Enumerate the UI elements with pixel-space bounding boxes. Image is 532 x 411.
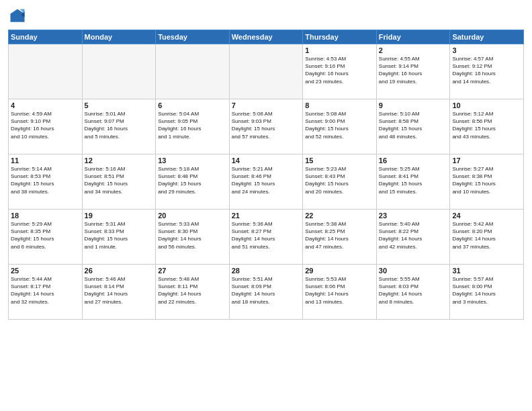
day-number: 21 [232,212,301,220]
week-row-4: 18Sunrise: 5:29 AM Sunset: 8:35 PM Dayli… [9,210,524,265]
day-number: 16 [379,156,448,165]
day-cell: 8Sunrise: 5:08 AM Sunset: 9:00 PM Daylig… [303,99,377,154]
day-cell: 28Sunrise: 5:51 AM Sunset: 8:09 PM Dayli… [229,265,303,320]
weekday-sunday: Sunday [9,30,83,44]
day-number: 31 [452,267,521,275]
day-number: 8 [305,101,374,109]
day-info: Sunrise: 5:04 AM Sunset: 9:05 PM Dayligh… [158,110,227,140]
day-cell: 9Sunrise: 5:10 AM Sunset: 8:58 PM Daylig… [376,99,450,154]
day-info: Sunrise: 5:33 AM Sunset: 8:30 PM Dayligh… [158,220,227,250]
day-number: 22 [305,212,374,220]
day-info: Sunrise: 5:25 AM Sunset: 8:41 PM Dayligh… [379,165,448,195]
day-cell: 30Sunrise: 5:55 AM Sunset: 8:03 PM Dayli… [376,265,450,320]
day-number: 25 [11,267,80,275]
day-cell: 18Sunrise: 5:29 AM Sunset: 8:35 PM Dayli… [9,210,83,265]
page: SundayMondayTuesdayWednesdayThursdayFrid… [0,0,532,411]
day-info: Sunrise: 5:21 AM Sunset: 8:46 PM Dayligh… [232,165,301,195]
day-cell [156,44,230,99]
day-info: Sunrise: 5:01 AM Sunset: 9:07 PM Dayligh… [85,110,154,140]
day-info: Sunrise: 5:46 AM Sunset: 8:14 PM Dayligh… [85,275,154,306]
day-cell: 24Sunrise: 5:42 AM Sunset: 8:20 PM Dayli… [450,210,524,265]
day-info: Sunrise: 5:16 AM Sunset: 8:51 PM Dayligh… [85,165,154,195]
day-info: Sunrise: 5:51 AM Sunset: 8:09 PM Dayligh… [232,275,301,306]
day-info: Sunrise: 5:14 AM Sunset: 8:53 PM Dayligh… [11,165,80,195]
day-info: Sunrise: 5:55 AM Sunset: 8:03 PM Dayligh… [379,275,448,306]
calendar-table: SundayMondayTuesdayWednesdayThursdayFrid… [8,30,524,320]
day-cell: 5Sunrise: 5:01 AM Sunset: 9:07 PM Daylig… [82,99,156,154]
week-row-3: 11Sunrise: 5:14 AM Sunset: 8:53 PM Dayli… [9,154,524,210]
day-info: Sunrise: 5:38 AM Sunset: 8:25 PM Dayligh… [305,220,374,250]
week-row-5: 25Sunrise: 5:44 AM Sunset: 8:17 PM Dayli… [9,265,524,320]
weekday-tuesday: Tuesday [156,30,230,44]
day-cell: 27Sunrise: 5:48 AM Sunset: 8:11 PM Dayli… [156,265,230,320]
day-info: Sunrise: 5:08 AM Sunset: 9:00 PM Dayligh… [305,110,374,140]
week-row-1: 1Sunrise: 4:53 AM Sunset: 9:16 PM Daylig… [9,44,524,99]
day-number: 14 [232,156,301,165]
weekday-thursday: Thursday [303,30,377,44]
day-info: Sunrise: 5:44 AM Sunset: 8:17 PM Dayligh… [11,275,80,306]
day-cell: 26Sunrise: 5:46 AM Sunset: 8:14 PM Dayli… [82,265,156,320]
day-cell [229,44,303,99]
day-info: Sunrise: 5:42 AM Sunset: 8:20 PM Dayligh… [452,220,521,250]
day-cell: 11Sunrise: 5:14 AM Sunset: 8:53 PM Dayli… [9,154,83,210]
day-cell [82,44,156,99]
day-info: Sunrise: 5:57 AM Sunset: 8:00 PM Dayligh… [452,275,521,306]
day-info: Sunrise: 5:10 AM Sunset: 8:58 PM Dayligh… [379,110,448,140]
logo-icon [8,7,27,26]
day-info: Sunrise: 5:27 AM Sunset: 8:38 PM Dayligh… [452,165,521,195]
day-number: 1 [305,46,374,54]
day-cell: 14Sunrise: 5:21 AM Sunset: 8:46 PM Dayli… [229,154,303,210]
weekday-saturday: Saturday [450,30,524,44]
day-cell: 2Sunrise: 4:55 AM Sunset: 9:14 PM Daylig… [376,44,450,99]
day-number: 5 [85,101,154,109]
day-number: 12 [85,156,154,165]
day-cell: 13Sunrise: 5:18 AM Sunset: 8:48 PM Dayli… [156,154,230,210]
day-cell: 15Sunrise: 5:23 AM Sunset: 8:43 PM Dayli… [303,154,377,210]
day-number: 29 [305,267,374,275]
day-cell: 4Sunrise: 4:59 AM Sunset: 9:10 PM Daylig… [9,99,83,154]
day-info: Sunrise: 4:53 AM Sunset: 9:16 PM Dayligh… [305,55,374,85]
day-number: 28 [232,267,301,275]
day-cell: 21Sunrise: 5:36 AM Sunset: 8:27 PM Dayli… [229,210,303,265]
week-row-2: 4Sunrise: 4:59 AM Sunset: 9:10 PM Daylig… [9,99,524,154]
day-number: 30 [379,267,448,275]
logo [8,7,30,26]
day-number: 27 [158,267,227,275]
day-info: Sunrise: 5:29 AM Sunset: 8:35 PM Dayligh… [11,220,80,250]
day-cell: 16Sunrise: 5:25 AM Sunset: 8:41 PM Dayli… [376,154,450,210]
weekday-wednesday: Wednesday [229,30,303,44]
day-cell: 31Sunrise: 5:57 AM Sunset: 8:00 PM Dayli… [450,265,524,320]
day-cell: 7Sunrise: 5:06 AM Sunset: 9:03 PM Daylig… [229,99,303,154]
day-info: Sunrise: 5:53 AM Sunset: 8:06 PM Dayligh… [305,275,374,306]
day-info: Sunrise: 5:18 AM Sunset: 8:48 PM Dayligh… [158,165,227,195]
day-info: Sunrise: 5:06 AM Sunset: 9:03 PM Dayligh… [232,110,301,140]
day-cell: 1Sunrise: 4:53 AM Sunset: 9:16 PM Daylig… [303,44,377,99]
day-number: 2 [379,46,448,54]
day-number: 3 [452,46,521,54]
day-number: 18 [11,212,80,220]
day-number: 11 [11,156,80,165]
weekday-friday: Friday [376,30,450,44]
day-info: Sunrise: 5:31 AM Sunset: 8:33 PM Dayligh… [85,220,154,250]
day-cell: 17Sunrise: 5:27 AM Sunset: 8:38 PM Dayli… [450,154,524,210]
day-cell: 10Sunrise: 5:12 AM Sunset: 8:56 PM Dayli… [450,99,524,154]
day-number: 4 [11,101,80,109]
day-cell: 19Sunrise: 5:31 AM Sunset: 8:33 PM Dayli… [82,210,156,265]
day-cell: 3Sunrise: 4:57 AM Sunset: 9:12 PM Daylig… [450,44,524,99]
day-number: 7 [232,101,301,109]
day-number: 26 [85,267,154,275]
day-info: Sunrise: 5:12 AM Sunset: 8:56 PM Dayligh… [452,110,521,140]
day-number: 19 [85,212,154,220]
day-cell [9,44,83,99]
day-info: Sunrise: 4:55 AM Sunset: 9:14 PM Dayligh… [379,55,448,85]
day-number: 24 [452,212,521,220]
day-cell: 29Sunrise: 5:53 AM Sunset: 8:06 PM Dayli… [303,265,377,320]
day-number: 17 [452,156,521,165]
day-cell: 20Sunrise: 5:33 AM Sunset: 8:30 PM Dayli… [156,210,230,265]
day-number: 9 [379,101,448,109]
day-number: 13 [158,156,227,165]
header [8,7,524,26]
day-cell: 23Sunrise: 5:40 AM Sunset: 8:22 PM Dayli… [376,210,450,265]
day-cell: 22Sunrise: 5:38 AM Sunset: 8:25 PM Dayli… [303,210,377,265]
day-number: 6 [158,101,227,109]
